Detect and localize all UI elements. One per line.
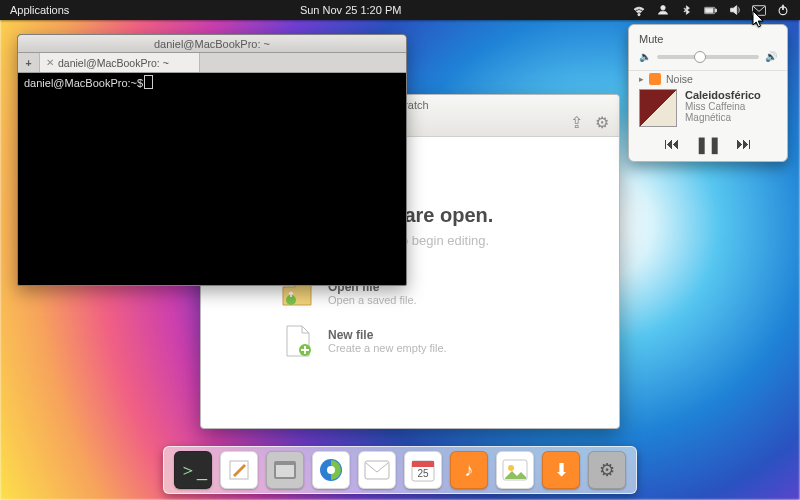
dock-web-browser[interactable] [312,451,350,489]
volume-high-icon: 🔊 [765,51,777,62]
new-file-action[interactable]: New file Create a new empty file. [280,324,540,358]
terminal-tab[interactable]: ✕ daniel@MacBookPro: ~ [40,53,200,72]
svg-rect-3 [705,8,713,12]
gear-icon: ⚙ [595,113,609,132]
volume-slider[interactable] [657,55,759,59]
new-file-icon [280,324,316,358]
share-icon: ⇪ [570,113,583,132]
close-tab-icon[interactable]: ✕ [46,57,54,68]
battery-indicator[interactable] [704,3,718,17]
play-pause-button[interactable]: ❚❚ [699,135,717,153]
terminal-tabbar: + ✕ daniel@MacBookPro: ~ [18,53,406,73]
open-file-subtitle: Open a saved file. [328,294,417,306]
terminal-body[interactable]: daniel@MacBookPro:~$ [18,73,406,285]
mouse-cursor [752,10,766,32]
volume-thumb[interactable] [694,51,706,63]
dock-mail[interactable] [358,451,396,489]
svg-rect-14 [365,461,389,479]
dock-photos[interactable] [496,451,534,489]
dock-app-store[interactable]: ⬇ [542,451,580,489]
svg-point-19 [508,465,514,471]
terminal-prompt: daniel@MacBookPro:~$ [24,77,143,89]
player-app-name: Noise [666,73,693,85]
now-playing: Caleidosférico Miss Caffeina Magnética [629,85,787,131]
disclosure-triangle-icon: ▸ [639,74,644,84]
svg-point-0 [661,6,666,11]
dock-text-editor[interactable] [220,451,258,489]
album-art [639,89,677,127]
sound-indicator[interactable] [728,3,742,17]
track-artist: Miss Caffeina [685,101,761,112]
track-title: Caleidosférico [685,89,761,101]
settings-button[interactable]: ⚙ [593,113,611,131]
track-album: Magnética [685,112,761,123]
new-file-title: New file [328,328,447,342]
mute-label[interactable]: Mute [639,33,663,45]
svg-point-13 [327,466,335,474]
separator [629,70,787,71]
applications-menu[interactable]: Applications [0,4,69,16]
svg-rect-2 [715,9,716,12]
new-file-subtitle: Create a new empty file. [328,342,447,354]
bluetooth-indicator[interactable] [680,3,694,17]
volume-low-icon: 🔈 [639,51,651,62]
terminal-cursor [145,76,152,88]
wifi-indicator[interactable] [632,3,646,17]
user-indicator[interactable] [656,3,670,17]
player-app-icon [649,73,661,85]
power-indicator[interactable] [776,3,790,17]
new-tab-button[interactable]: + [18,53,40,72]
svg-rect-6 [782,5,783,10]
dock-files[interactable] [266,451,304,489]
terminal-tab-label: daniel@MacBookPro: ~ [58,57,169,69]
share-button[interactable]: ⇪ [567,113,585,131]
dock-music[interactable]: ♪ [450,451,488,489]
dock-calendar[interactable]: 25 [404,451,442,489]
dock: ＞_ 25 ♪ ⬇ ⚙ [163,446,637,494]
svg-text:25: 25 [417,468,429,479]
svg-rect-11 [276,465,294,477]
prev-track-button[interactable]: ⏮ [663,135,681,153]
top-panel: Applications Sun Nov 25 1:20 PM [0,0,800,20]
svg-rect-16 [412,461,434,467]
sound-popover: Mute 🔈 🔊 ▸ Noise Caleidosférico Miss Caf… [628,24,788,162]
next-track-button[interactable]: ⏭ [735,135,753,153]
terminal-window[interactable]: daniel@MacBookPro: ~ + ✕ daniel@MacBookP… [17,34,407,286]
clock[interactable]: Sun Nov 25 1:20 PM [69,4,632,16]
volume-slider-row: 🔈 🔊 [629,47,787,68]
dock-terminal[interactable]: ＞_ [174,451,212,489]
dock-settings[interactable]: ⚙ [588,451,626,489]
player-app-row[interactable]: ▸ Noise [629,73,787,85]
terminal-titlebar[interactable]: daniel@MacBookPro: ~ [18,35,406,53]
